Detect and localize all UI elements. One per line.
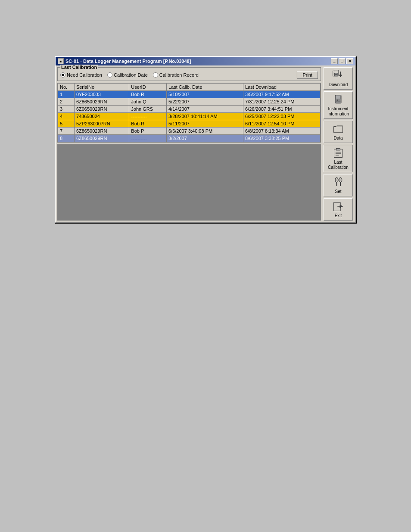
table-cell: Bob R [129, 91, 167, 98]
table-cell: 8/6/2007 3:38:25 PM [243, 135, 321, 142]
svg-rect-10 [336, 149, 340, 150]
table-cell: 6Z8650029RN [74, 135, 129, 142]
window-title: SC-01 - Data Logger Management Program [… [65, 59, 191, 64]
radio-calib-record[interactable]: Calibration Record [153, 72, 199, 78]
table-cell: John Q [129, 98, 167, 106]
window-icon: ■ [58, 58, 64, 64]
data-icon [331, 123, 345, 135]
table-cell: 7 [58, 128, 75, 135]
exit-button[interactable]: Exit [324, 198, 353, 221]
table-cell: 7/31/2007 12:25:24 PM [243, 98, 321, 106]
table-cell: 8/2/2007 [167, 135, 243, 142]
table-row[interactable]: 55ZP2630007RNBob R5/11/20076/11/2007 12:… [58, 120, 321, 128]
set-button[interactable]: Set [324, 174, 353, 196]
svg-rect-2 [334, 73, 338, 76]
svg-rect-6 [336, 96, 341, 99]
exit-icon [331, 200, 345, 212]
calibration-options: Need Calibration Calibration Date Calibr… [60, 71, 318, 79]
table-cell: 3/5/2007 9:17:52 AM [243, 91, 321, 98]
table-cell: 6/8/2007 8:13:34 AM [243, 128, 321, 135]
table-cell: John GRS [129, 106, 167, 113]
data-label: Data [333, 136, 342, 141]
table-cell: 6/6/2007 3:40:08 PM [167, 128, 243, 135]
download-label: Download [329, 82, 348, 87]
table-cell: 6/11/2007 12:54:10 PM [243, 120, 321, 128]
radio-date-label: Calibration Date [114, 72, 148, 78]
table-cell: 4/14/2007 [167, 106, 243, 113]
instrument-info-label: Instrument Information [325, 106, 352, 117]
table-cell: 748650024 [74, 113, 129, 120]
main-window: ■ SC-01 - Data Logger Management Program… [55, 56, 356, 223]
radio-record-input[interactable] [153, 72, 158, 78]
data-table: No. SerialNo UserID Last Calib. Date Las… [58, 83, 321, 142]
group-legend: Last Calibration [60, 65, 98, 70]
table-area: No. SerialNo UserID Last Calib. Date Las… [57, 83, 321, 143]
col-last-download: Last Download [243, 84, 321, 91]
last-calibration-button[interactable]: Last Calibration [324, 145, 353, 172]
svg-rect-20 [334, 202, 341, 211]
table-cell: 5 [58, 120, 75, 128]
minimize-button[interactable]: _ [331, 58, 338, 64]
radio-need-label: Need Calibration [67, 72, 102, 78]
col-calib-date: Last Calib. Date [167, 84, 243, 91]
close-button[interactable]: ✕ [346, 58, 353, 64]
main-content: Last Calibration Need Calibration Calibr… [57, 67, 321, 221]
table-cell: 6Z8650029RN [74, 128, 129, 135]
table-cell: 5ZP2630007RN [74, 120, 129, 128]
table-cell: 6/26/2007 3:44:51 PM [243, 106, 321, 113]
title-bar: ■ SC-01 - Data Logger Management Program… [56, 57, 355, 65]
table-row[interactable]: 86Z8650029RN----------8/2/20078/6/2007 3… [58, 135, 321, 142]
table-cell: 3 [58, 106, 75, 113]
svg-rect-7 [337, 100, 339, 101]
table-row[interactable]: 26Z8650029RNJohn Q5/22/20077/31/2007 12:… [58, 98, 321, 106]
download-icon [331, 69, 345, 81]
table-header-row: No. SerialNo UserID Last Calib. Date Las… [58, 84, 321, 91]
table-cell: 1 [58, 91, 75, 98]
instrument-info-button[interactable]: Instrument Information [324, 91, 353, 119]
set-icon [331, 176, 345, 188]
table-cell: 8 [58, 135, 75, 142]
title-bar-left: ■ SC-01 - Data Logger Management Program… [58, 58, 191, 64]
window-body: Last Calibration Need Calibration Calibr… [56, 65, 355, 222]
table-cell: 5/10/2007 [167, 91, 243, 98]
table-cell: 6/25/2007 12:22:03 PM [243, 113, 321, 120]
col-no: No. [58, 84, 75, 91]
col-user: UserID [129, 84, 167, 91]
table-cell: 4 [58, 113, 75, 120]
title-controls: _ □ ✕ [331, 58, 353, 64]
radio-calib-date[interactable]: Calibration Date [107, 72, 148, 78]
radio-need-input[interactable] [60, 72, 65, 78]
table-cell: 0YF203003 [74, 91, 129, 98]
table-cell: ---------- [129, 135, 167, 142]
table-cell: Bob P [129, 128, 167, 135]
calibration-icon [331, 147, 345, 159]
table-cell: 2 [58, 98, 75, 106]
table-cell: 5/11/2007 [167, 120, 243, 128]
radio-date-input[interactable] [107, 72, 112, 78]
radio-need-calibration[interactable]: Need Calibration [60, 72, 102, 78]
radio-record-label: Calibration Record [159, 72, 199, 78]
table-cell: 6Z0650029RN [74, 106, 129, 113]
sidebar: Download Instrument Information [323, 67, 354, 221]
table-cell: 3/28/2007 10:41:14 AM [167, 113, 243, 120]
set-label: Set [335, 189, 341, 194]
data-button[interactable]: Data [324, 121, 353, 143]
calibration-group: Last Calibration Need Calibration Calibr… [57, 67, 321, 81]
table-row[interactable]: 76Z8650029RNBob P6/6/2007 3:40:08 PM6/8/… [58, 128, 321, 135]
table-cell: Bob R [129, 120, 167, 128]
table-cell: 5/22/2007 [167, 98, 243, 106]
instrument-icon [331, 93, 345, 106]
radio-need-dot [62, 74, 64, 76]
col-serial: SerialNo [74, 84, 129, 91]
table-row[interactable]: 10YF203003Bob R5/10/20073/5/2007 9:17:52… [58, 91, 321, 98]
last-calib-label: Last Calibration [325, 160, 352, 170]
table-row[interactable]: 36Z0650029RNJohn GRS4/14/20076/26/2007 3… [58, 106, 321, 113]
exit-label: Exit [335, 213, 342, 218]
gray-fill-area [57, 144, 321, 221]
maximize-button[interactable]: □ [339, 58, 346, 64]
print-button[interactable]: Print [297, 71, 318, 79]
table-cell: ---------- [129, 113, 167, 120]
table-cell: 6Z8650029RN [74, 98, 129, 106]
table-row[interactable]: 4748650024----------3/28/2007 10:41:14 A… [58, 113, 321, 120]
download-button[interactable]: Download [324, 67, 353, 90]
